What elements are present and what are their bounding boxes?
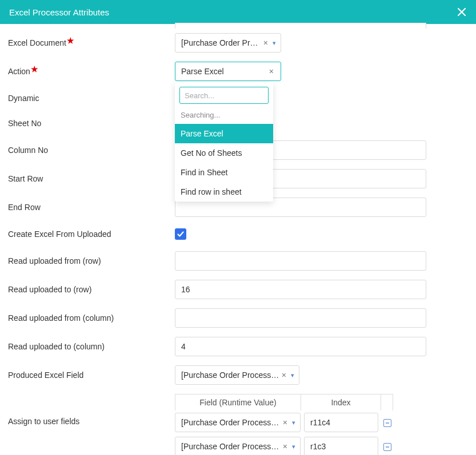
produced-field-row: Produced Excel Field [Purchase Order Pro… [7, 361, 469, 389]
row-field-value: [Purchase Order Process] Un… [181, 442, 281, 451]
chevron-down-icon: ▾ [292, 419, 295, 426]
read-to-col-label: Read uploaded to (column) [7, 342, 175, 351]
read-from-col-input[interactable] [175, 308, 426, 328]
th-actions [381, 394, 393, 410]
minus-icon [385, 421, 390, 425]
produced-field-label: Produced Excel Field [7, 371, 175, 380]
th-field: Field (Runtime Value) [175, 394, 301, 410]
assign-fields-table: Field (Runtime Value) Index [Purchase Or… [175, 394, 393, 455]
clear-icon[interactable]: × [261, 38, 270, 47]
dialog-header: Excel Processor Attributes [0, 0, 476, 24]
create-from-uploaded-label: Create Excel From Uploaded [7, 229, 175, 239]
row-index-input[interactable] [304, 413, 378, 432]
dynamic-label: Dynamic [7, 94, 175, 103]
parent-stage-row [7, 23, 469, 29]
excel-document-label: Excel Document★ [7, 38, 175, 47]
dropdown-status-text: Searching... [175, 108, 273, 124]
table-row: [Purchase Order Process] Un… × ▾ [175, 434, 393, 455]
required-star: ★ [67, 36, 74, 45]
excel-document-row: Excel Document★ [Purchase Order Proce… ×… [7, 29, 469, 57]
create-from-uploaded-checkbox[interactable] [175, 228, 186, 240]
start-row-label: Start Row [7, 174, 175, 183]
excel-document-select[interactable]: [Purchase Order Proce… × ▾ [175, 33, 281, 53]
read-to-row-row: Read uploaded to (row) [7, 275, 469, 304]
assign-fields-label: Assign to user fields [7, 394, 175, 426]
clear-icon[interactable]: × [267, 67, 276, 76]
dialog-title: Excel Processor Attributes [9, 7, 109, 17]
action-label: Action★ [7, 67, 175, 76]
remove-row-button[interactable] [383, 419, 391, 427]
read-from-row-row: Read uploaded from (row) [7, 247, 469, 275]
dropdown-search-input[interactable] [179, 87, 269, 104]
row-index-input[interactable] [304, 437, 378, 455]
dropdown-option[interactable]: Find row in sheet [175, 182, 273, 202]
dropdown-option[interactable]: Get No of Sheets [175, 143, 273, 163]
read-to-col-row: Read uploaded to (column) [7, 332, 469, 361]
dropdown-option[interactable]: Parse Excel [175, 124, 273, 143]
remove-row-button[interactable] [383, 443, 391, 451]
close-button[interactable] [457, 7, 467, 17]
parent-stage-input[interactable] [175, 23, 426, 29]
action-row: Action★ Parse Excel × Searching... Parse… [7, 57, 469, 86]
action-select[interactable]: Parse Excel × [175, 62, 281, 81]
clear-icon[interactable]: × [279, 371, 289, 380]
row-field-select[interactable]: [Purchase Order Process] Un… × ▾ [175, 437, 301, 455]
minus-icon [385, 445, 390, 449]
read-to-row-label: Read uploaded to (row) [7, 285, 175, 294]
produced-field-value: [Purchase Order Process] Excel f… [181, 371, 279, 380]
clear-icon[interactable]: × [281, 442, 290, 451]
table-row: [Purchase Order Process] Tot… × ▾ [175, 410, 393, 434]
action-value: Parse Excel [181, 67, 267, 76]
end-row-label: End Row [7, 203, 175, 212]
read-from-row-label: Read uploaded from (row) [7, 256, 175, 265]
chevron-down-icon: ▾ [292, 443, 295, 450]
read-to-row-input[interactable] [175, 280, 426, 299]
th-index: Index [301, 394, 381, 410]
chevron-down-icon: ▾ [291, 372, 294, 379]
sheet-no-label: Sheet No [7, 119, 175, 128]
column-no-label: Column No [7, 146, 175, 155]
read-from-row-input[interactable] [175, 251, 426, 271]
close-icon [457, 7, 467, 17]
row-field-value: [Purchase Order Process] Tot… [181, 418, 281, 427]
row-field-select[interactable]: [Purchase Order Process] Tot… × ▾ [175, 413, 301, 432]
clear-icon[interactable]: × [281, 418, 290, 427]
required-star: ★ [31, 65, 38, 74]
assign-fields-row: Assign to user fields Field (Runtime Val… [7, 389, 469, 455]
form-body: Excel Document★ [Purchase Order Proce… ×… [0, 23, 476, 455]
read-from-col-row: Read uploaded from (column) [7, 304, 469, 332]
chevron-down-icon: ▾ [273, 39, 276, 47]
read-to-col-input[interactable] [175, 337, 426, 356]
read-from-col-label: Read uploaded from (column) [7, 313, 175, 323]
create-from-uploaded-row: Create Excel From Uploaded [7, 222, 469, 247]
action-dropdown: Searching... Parse Excel Get No of Sheet… [175, 82, 273, 202]
excel-document-value: [Purchase Order Proce… [181, 38, 261, 47]
table-header: Field (Runtime Value) Index [175, 394, 393, 410]
check-icon [177, 230, 185, 238]
dropdown-option[interactable]: Find in Sheet [175, 163, 273, 182]
produced-field-select[interactable]: [Purchase Order Process] Excel f… × ▾ [175, 365, 299, 385]
